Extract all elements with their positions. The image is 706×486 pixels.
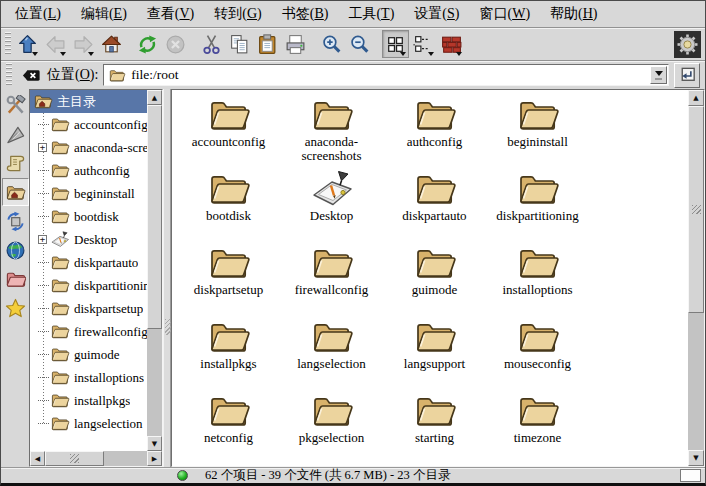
scrollbar-thumb[interactable] (688, 106, 704, 313)
bookmarks-star-tab[interactable] (2, 294, 29, 322)
clear-location-button[interactable] (20, 64, 42, 86)
history-scroll-tab[interactable] (2, 149, 29, 177)
file-item-langsupport[interactable]: langsupport (383, 315, 486, 389)
home-button[interactable] (98, 30, 125, 58)
main-vertical-scrollbar[interactable]: ▲ ▼ (688, 90, 704, 466)
menu-item-T[interactable]: 工具(T) (338, 3, 404, 25)
tools-tab[interactable] (2, 91, 29, 119)
reload-button[interactable] (134, 30, 161, 58)
panel-splitter[interactable] (163, 89, 171, 467)
dropdown-caret-icon (428, 52, 434, 56)
menu-item-H[interactable]: 帮助(H) (540, 3, 607, 25)
file-item-starting[interactable]: starting (383, 389, 486, 463)
file-item-mouseconfig[interactable]: mouseconfig (486, 315, 589, 389)
home-folder-tab[interactable] (2, 178, 29, 206)
menu-item-G[interactable]: 转到(G) (204, 3, 271, 25)
tree-item-主目录[interactable]: 主目录 (30, 90, 147, 113)
file-item-installpkgs[interactable]: installpkgs (177, 315, 280, 389)
file-item-pkgselection[interactable]: pkgselection (280, 389, 383, 463)
copy-button[interactable] (226, 30, 253, 58)
file-item-authconfig[interactable]: authconfig (383, 93, 486, 167)
print-button[interactable] (282, 30, 309, 58)
tree-vertical-scrollbar[interactable]: ▲ ▼ (147, 90, 162, 451)
file-item-begininstall[interactable]: begininstall (486, 93, 589, 167)
tree-item-bootdisk[interactable]: bootdisk (30, 205, 147, 228)
tree-item-firewallconfig[interactable]: firewallconfig (30, 320, 147, 343)
location-label: 位置(O): (47, 66, 98, 84)
zoom-out-icon (348, 33, 371, 56)
tree-item-langselection[interactable]: langselection (30, 412, 147, 435)
thumb-grip (692, 205, 701, 214)
stop-button[interactable] (162, 30, 189, 58)
pen-nib-tab[interactable] (2, 120, 29, 148)
folder-icon (50, 162, 70, 179)
scrollbar-thumb[interactable] (45, 451, 104, 466)
tree-item-authconfig[interactable]: authconfig (30, 159, 147, 182)
menu-item-B[interactable]: 书签(B) (272, 3, 339, 25)
cut-button[interactable] (198, 30, 225, 58)
file-item-Desktop[interactable]: Desktop (280, 167, 383, 241)
go-button[interactable] (674, 63, 700, 88)
scroll-down-arrow[interactable]: ▼ (147, 436, 162, 451)
dropdown-caret-icon (456, 52, 462, 56)
toolbar-drag-handle[interactable] (5, 32, 11, 56)
menu-item-E[interactable]: 编辑(E) (71, 3, 137, 25)
back-button[interactable] (42, 30, 69, 58)
menu-item-V[interactable]: 查看(V) (137, 3, 204, 25)
scroll-down-arrow[interactable]: ▼ (688, 450, 704, 466)
file-item-firewallconfig[interactable]: firewallconfig (280, 241, 383, 315)
forward-button[interactable] (70, 30, 97, 58)
tree-item-label: 主目录 (57, 93, 96, 111)
zoom-in-button[interactable] (318, 30, 345, 58)
file-item-timezone[interactable]: timezone (486, 389, 589, 463)
tree-item-accountconfig[interactable]: accountconfig (30, 113, 147, 136)
tree-item-guimode[interactable]: guimode (30, 343, 147, 366)
zoom-out-button[interactable] (346, 30, 373, 58)
tree-item-installoptions[interactable]: installoptions (30, 366, 147, 389)
bricks-button[interactable] (438, 30, 465, 58)
up-button[interactable] (14, 30, 41, 58)
file-item-diskpartauto[interactable]: diskpartauto (383, 167, 486, 241)
expander-plus-icon[interactable]: + (38, 235, 47, 244)
location-combobox[interactable]: file:/root (103, 64, 669, 86)
tree-item-anaconda-scree[interactable]: +anaconda-scree (30, 136, 147, 159)
file-item-label: pkgselection (299, 431, 365, 445)
location-dropdown-button[interactable] (650, 66, 667, 84)
file-item-diskpartsetup[interactable]: diskpartsetup (177, 241, 280, 315)
menu-item-W[interactable]: 窗口(W) (469, 3, 540, 25)
services-tab[interactable] (2, 207, 29, 235)
scrollbar-thumb[interactable] (147, 105, 162, 329)
file-item-diskpartitioning[interactable]: diskpartitioning (486, 167, 589, 241)
scroll-right-arrow[interactable]: ▶ (147, 451, 162, 466)
scroll-up-arrow[interactable]: ▲ (688, 90, 704, 106)
tree-item-Desktop[interactable]: +Desktop (30, 228, 147, 251)
tree-horizontal-scrollbar[interactable]: ◀ ▶ (30, 451, 162, 466)
file-item-netconfig[interactable]: netconfig (177, 389, 280, 463)
menu-item-S[interactable]: 设置(S) (404, 3, 469, 25)
menu-item-L[interactable]: 位置(L) (5, 3, 71, 25)
file-item-anaconda-screenshots[interactable]: anaconda-screenshots (280, 93, 383, 167)
red-folder-tab[interactable] (2, 265, 29, 293)
globe-tab[interactable] (2, 236, 29, 264)
scroll-up-arrow[interactable]: ▲ (147, 90, 162, 105)
file-item-installoptions[interactable]: installoptions (486, 241, 589, 315)
resize-grip[interactable] (680, 469, 701, 482)
file-item-accountconfig[interactable]: accountconfig (177, 93, 280, 167)
scroll-left-arrow[interactable]: ◀ (30, 451, 45, 466)
file-item-label: diskpartauto (402, 209, 466, 223)
tree-item-installpkgs[interactable]: installpkgs (30, 389, 147, 412)
location-toolbar-drag-handle[interactable] (6, 63, 12, 87)
tree-item-diskpartauto[interactable]: diskpartauto (30, 251, 147, 274)
tree-item-diskpartsetup[interactable]: diskpartsetup (30, 297, 147, 320)
icon-view-button[interactable] (382, 30, 409, 58)
tree-item-diskpartitioning[interactable]: diskpartitioning (30, 274, 147, 297)
tree-item-begininstall[interactable]: begininstall (30, 182, 147, 205)
tree-view-button[interactable] (410, 30, 437, 58)
file-item-guimode[interactable]: guimode (383, 241, 486, 315)
expander-plus-icon[interactable]: + (38, 143, 47, 152)
folder-icon (207, 318, 251, 356)
paste-button[interactable] (254, 30, 281, 58)
file-item-label: starting (415, 431, 454, 445)
file-item-langselection[interactable]: langselection (280, 315, 383, 389)
file-item-bootdisk[interactable]: bootdisk (177, 167, 280, 241)
